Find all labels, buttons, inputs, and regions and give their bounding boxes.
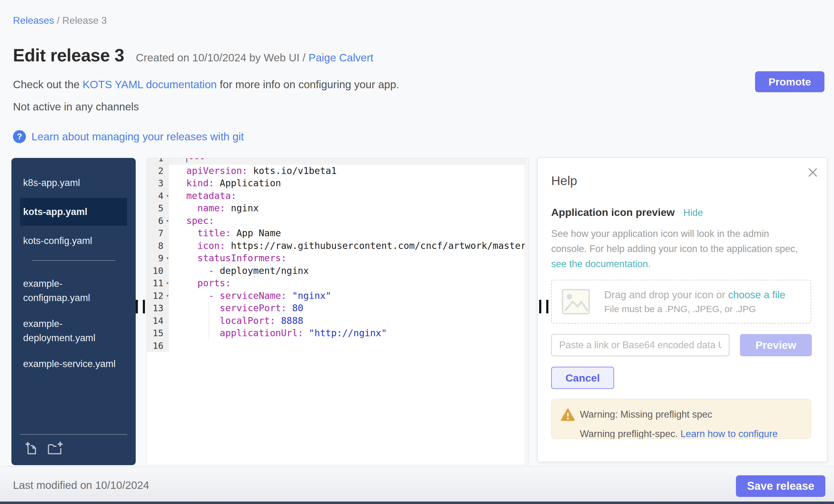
code-line[interactable]: 1 --- <box>147 158 529 165</box>
file-item-example-configmap[interactable]: example-configmap.yaml <box>20 273 127 309</box>
fold-arrow-icon[interactable]: ▾ <box>166 290 169 302</box>
code-key: apiVersion: <box>186 165 248 176</box>
fold-arrow-icon[interactable]: ▾ <box>166 277 169 290</box>
icon-url-input[interactable] <box>551 334 729 356</box>
footer-bar: Last modified on 10/10/2024 Save release <box>0 466 834 502</box>
code-key: - <box>186 265 220 276</box>
line-number: 12▾ <box>147 290 169 302</box>
fold-arrow-icon[interactable]: ▾ <box>166 215 169 227</box>
file-item-kots-config[interactable]: kots-config.yaml <box>20 230 127 252</box>
code-line[interactable]: 15 applicationUrl: "http://nginx" <box>147 327 529 339</box>
code-line[interactable]: 13 servicePort: 80 <box>147 302 529 314</box>
code-string: "http://nginx" <box>303 328 387 338</box>
code-value: App Name <box>231 228 281 238</box>
breadcrumb-current: Release 3 <box>62 15 107 26</box>
code-key: statusInformers: <box>186 253 287 263</box>
preview-button[interactable]: Preview <box>740 334 812 356</box>
code-key: servicePort: <box>186 303 287 313</box>
git-help-row: ? Learn about managing your releases wit… <box>13 130 244 143</box>
line-number: 7 <box>147 227 169 240</box>
code-line[interactable]: 3 kind: Application <box>147 177 529 190</box>
file-sidebar: k8s-app.yaml kots-app.yaml kots-config.y… <box>12 158 136 465</box>
page-title: Edit release 3 <box>13 45 124 65</box>
code-key: title: <box>186 228 231 238</box>
question-circle-icon: ? <box>13 130 26 143</box>
code-line[interactable]: 2 apiVersion: kots.io/v1beta1 <box>147 165 529 177</box>
code-key: applicationUrl: <box>186 328 303 338</box>
text-cursor <box>186 158 187 162</box>
code-key: kind: <box>186 178 214 189</box>
see-documentation-link[interactable]: see the documentation <box>551 259 648 269</box>
fold-arrow-icon[interactable]: ▾ <box>166 190 169 202</box>
docs-line: Check out the KOTS YAML documentation fo… <box>13 78 399 91</box>
dropzone-file-requirements: File must be a .PNG, .JPEG, or .JPG <box>604 304 785 314</box>
section-title: Application icon preview <box>551 206 675 218</box>
code-string: 8888 <box>276 315 303 326</box>
breadcrumb-releases-link[interactable]: Releases <box>13 15 54 26</box>
git-releases-link[interactable]: Learn about managing your releases with … <box>31 130 244 143</box>
title-row: Edit release 3 Created on 10/10/2024 by … <box>13 45 373 65</box>
file-item-example-service[interactable]: example-service.yaml <box>20 353 127 375</box>
hide-link[interactable]: Hide <box>683 207 703 218</box>
editor-scrollbar[interactable] <box>525 158 529 465</box>
code-value: kots.io/v1beta1 <box>248 165 337 176</box>
warning-icon <box>561 409 575 421</box>
code-key: localPort: <box>186 315 276 326</box>
add-folder-button[interactable] <box>47 441 63 456</box>
code-area: 1 --- 2 apiVersion: kots.io/v1beta1 3 ki… <box>147 158 529 352</box>
code-line[interactable]: 16 <box>147 339 529 352</box>
code-key: - serviceName: <box>186 290 287 301</box>
add-folder-icon <box>47 441 63 455</box>
code-line[interactable]: 14 localPort: 8888 <box>147 314 529 327</box>
code-line[interactable]: 9▾ statusInformers: <box>147 252 529 265</box>
help-panel-resize-handle[interactable] <box>539 300 550 313</box>
icon-preview-section: Application icon preview Hide <box>551 206 703 218</box>
line-number: 6▾ <box>147 215 169 227</box>
code-value: nginx <box>225 203 259 214</box>
close-help-button[interactable] <box>807 166 819 179</box>
image-placeholder-icon <box>562 289 590 314</box>
code-line[interactable]: 7 title: App Name <box>147 227 529 240</box>
close-icon <box>807 166 819 179</box>
promote-button[interactable]: Promote <box>755 71 825 92</box>
code-line[interactable]: 4▾ metadata: <box>147 190 529 202</box>
warning-title: Warning: Missing preflight spec <box>580 409 712 420</box>
line-number: 1 <box>147 158 169 165</box>
code-line[interactable]: 6▾ spec: <box>147 215 529 227</box>
code-value: deployment/nginx <box>220 265 309 276</box>
author-link[interactable]: Paige Calvert <box>308 51 373 64</box>
line-number: 8 <box>147 240 169 252</box>
code-line[interactable]: 12▾ - serviceName: "nginx" <box>147 290 529 302</box>
kots-docs-link[interactable]: KOTS YAML documentation <box>83 78 217 90</box>
cancel-button[interactable]: Cancel <box>551 367 614 389</box>
help-description: See how your application icon will look … <box>551 226 798 271</box>
file-item-kots-app[interactable]: kots-app.yaml <box>20 198 127 226</box>
file-item-k8s-app[interactable]: k8s-app.yaml <box>20 172 127 194</box>
code-line[interactable]: 5 name: nginx <box>147 202 529 215</box>
fold-arrow-icon[interactable]: ▾ <box>166 252 169 265</box>
code-key: name: <box>186 203 225 214</box>
file-list: k8s-app.yaml kots-app.yaml kots-config.y… <box>12 158 136 375</box>
code-line[interactable]: 10 - deployment/nginx <box>147 265 529 277</box>
code-line[interactable]: 11▾ ports: <box>147 277 529 290</box>
code-line[interactable]: 8 icon: https://raw.githubusercontent.co… <box>147 240 529 252</box>
line-number: 2 <box>147 165 169 177</box>
preflight-configure-link[interactable]: Learn how to configure <box>680 429 777 439</box>
line-number: 5 <box>147 202 169 215</box>
code-string: "nginx" <box>287 290 331 301</box>
help-panel: Help Application icon preview Hide See h… <box>537 157 827 462</box>
help-panel-title: Help <box>551 174 577 188</box>
breadcrumb-separator: / <box>54 15 62 26</box>
channel-status: Not active in any channels <box>13 101 139 113</box>
save-release-button[interactable]: Save release <box>736 475 825 497</box>
preflight-warning: Warning: Missing preflight spec Warning … <box>551 399 811 439</box>
sidebar-resize-handle[interactable] <box>136 300 147 313</box>
add-file-button[interactable] <box>24 441 38 456</box>
line-number: 9▾ <box>147 252 169 265</box>
file-item-example-deployment[interactable]: example-deployment.yaml <box>20 313 127 349</box>
icon-dropzone[interactable]: Drag and drop your icon or choose a file… <box>551 280 811 324</box>
line-number: 16 <box>147 339 169 352</box>
yaml-editor[interactable]: 1 --- 2 apiVersion: kots.io/v1beta1 3 ki… <box>147 158 529 465</box>
choose-file-link[interactable]: choose a file <box>728 289 785 301</box>
sidebar-actions <box>20 434 127 465</box>
